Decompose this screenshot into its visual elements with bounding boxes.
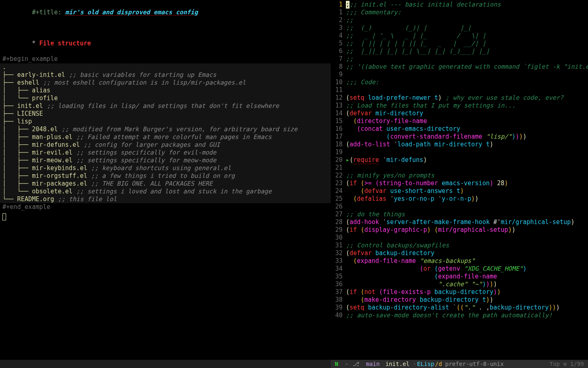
tree-line: │ └── obsolete.el ;; settings i loved an…: [2, 188, 328, 195]
code-line[interactable]: 13;; Load the files that I put my settin…: [331, 102, 588, 110]
code-line[interactable]: 15 (directory-file-name: [331, 117, 588, 125]
code-line[interactable]: 10;;; Code:: [331, 79, 588, 86]
line-number: 27: [331, 211, 346, 218]
line-number: 28: [331, 218, 346, 226]
line-number: 11: [331, 86, 346, 94]
major-mode[interactable]: ELisp: [417, 360, 434, 368]
code-line[interactable]: 23(if (>= (string-to-number emacs-versio…: [331, 180, 588, 187]
code-line[interactable]: 11: [331, 86, 588, 94]
line-number: 14: [331, 110, 346, 117]
code-line[interactable]: 27;; do the things: [331, 211, 588, 218]
line-number: 23: [331, 180, 346, 187]
code-line[interactable]: 1;;; init.el --- basic initial declarati…: [331, 1, 588, 9]
org-meta-keyword: #+title:: [32, 9, 65, 16]
line-number: 29: [331, 226, 346, 234]
tree-line: │ ├── mir-evil.el ;; settings specifical…: [2, 149, 328, 157]
code-line[interactable]: 19: [331, 148, 588, 156]
code-line[interactable]: 35 (expand-file-name: [331, 273, 588, 280]
file-tree-example: .├── early-init.el ;; basic variables fo…: [0, 63, 331, 203]
code-line[interactable]: 5;; | || | | | | || |_ _ | __/| |: [331, 40, 588, 47]
code-line[interactable]: 31;; Control backups/swapfiles: [331, 242, 588, 249]
code-line[interactable]: 14(defvar mir-directory: [331, 110, 588, 117]
line-number: 26: [331, 203, 346, 211]
vc-branch-name: main: [360, 360, 382, 368]
code-line[interactable]: 24 (defvar use-short-answers t): [331, 187, 588, 195]
line-number: 5: [331, 40, 346, 47]
split-panes: #+title: mir's old and disproved emacs c…: [0, 0, 588, 360]
code-line[interactable]: 32(defvar backup-directory: [331, 249, 588, 257]
code-line[interactable]: 40;; auto-save-mode doesn't create the p…: [331, 312, 588, 319]
code-line[interactable]: 3;; (_) (_)| | |_|: [331, 24, 588, 32]
code-line[interactable]: 2;;: [331, 16, 588, 24]
line-number: 2: [331, 16, 346, 24]
code-line[interactable]: 7;;: [331, 55, 588, 63]
line-number: 16: [331, 125, 346, 133]
code-line[interactable]: 37(if (not (file-exists-p backup-directo…: [331, 288, 588, 296]
tree-line: │ ├── 2048.el ;; modified from Mark Burg…: [2, 126, 328, 133]
tree-line: ├── early-init.el ;; basic variables for…: [2, 71, 328, 79]
code-line[interactable]: 18(add-to-list 'load-path mir-directory …: [331, 141, 588, 148]
line-number: 30: [331, 234, 346, 242]
modeline-right-active: N - ⎇ main init.el ‹ ELisp/d prefer-utf-…: [331, 360, 588, 368]
tree-line: │ ├── mir-defuns.el ;; config for larger…: [2, 141, 328, 149]
code-line[interactable]: 29(if (display-graphic-p) (mir/graphical…: [331, 226, 588, 234]
code-line[interactable]: 34 (or (getenv "XDG_CACHE_HOME"): [331, 265, 588, 273]
code-line[interactable]: 1;;; Commentary:: [331, 9, 588, 16]
line-number: 12: [331, 94, 346, 102]
line-number: 6: [331, 47, 346, 55]
code-line[interactable]: 22;; minify yes/no prompts: [331, 172, 588, 180]
tree-line: ├── eshell ;; most eshell configuration …: [2, 79, 328, 87]
code-line[interactable]: 36 ".cache" "~")))): [331, 280, 588, 288]
line-number: 3: [331, 24, 346, 32]
cursor-outline: [2, 213, 6, 220]
tree-line: │ ├── mir-meow.el ;; settings specifical…: [2, 157, 328, 164]
code-line[interactable]: 38 (make-directory backup-directory t)): [331, 296, 588, 304]
line-number: 20: [331, 156, 346, 164]
tree-line: ├── LICENSE: [2, 110, 328, 118]
line-number: 36: [331, 280, 346, 288]
code-line[interactable]: 28(add-hook 'server-after-make-frame-hoo…: [331, 218, 588, 226]
line-number: 1: [331, 9, 346, 16]
code-line[interactable]: 17 (convert-standard-filename "lisp/")))…: [331, 133, 588, 141]
code-line[interactable]: 6;; |_||_| |_| |_| \__| |_| (_)___| |_|: [331, 47, 588, 55]
tree-line: .: [2, 63, 328, 71]
code-line[interactable]: 33 (expand-file-name "emacs-backups": [331, 257, 588, 265]
begin-example: #+begin_example: [0, 55, 331, 63]
line-number: 15: [331, 117, 346, 125]
mode-suffix: /d: [435, 360, 442, 368]
tree-line: │ ├── mir-packages.el ;; THE BIG ONE. AL…: [2, 180, 328, 188]
code-line[interactable]: 21: [331, 164, 588, 172]
line-number: 38: [331, 296, 346, 304]
left-pane-org-readme[interactable]: #+title: mir's old and disproved emacs c…: [0, 0, 331, 360]
code-line[interactable]: 8;; '((above text graphic generated with…: [331, 63, 588, 71]
line-number: 22: [331, 172, 346, 180]
line-number: 25: [331, 195, 346, 203]
tree-line: │ └── profile: [2, 94, 328, 102]
code-line[interactable]: 9: [331, 71, 588, 79]
code-line[interactable]: 16 (concat user-emacs-directory: [331, 125, 588, 133]
line-number: 1: [331, 1, 346, 9]
tree-line: │ ├── mir-keybinds.el ;; keyboard shortc…: [2, 164, 328, 172]
code-line[interactable]: 39(setq backup-directory-alist `(("." . …: [331, 304, 588, 312]
line-number: 4: [331, 32, 346, 40]
line-number: 37: [331, 288, 346, 296]
line-number: 35: [331, 273, 346, 280]
evil-state-indicator: N: [332, 360, 341, 368]
code-line[interactable]: 4;; _ | '_ \ _ | |_ / \| |: [331, 32, 588, 40]
right-pane-init-el[interactable]: 1;;; init.el --- basic initial declarati…: [331, 0, 588, 360]
tree-line: │ ├── alias: [2, 87, 328, 94]
code-line[interactable]: 20▸(require 'mir-defuns): [331, 156, 588, 164]
tree-line: │ ├── man-plus.el ;; Failed attempt at m…: [2, 133, 328, 141]
line-number: 40: [331, 312, 346, 319]
tree-line: └── README.org ;; this file lol: [2, 195, 328, 203]
code-line[interactable]: 25 (defalias 'yes-or-no-p 'y-or-n-p)): [331, 195, 588, 203]
code-line[interactable]: 30: [331, 234, 588, 242]
code-line[interactable]: 12(setq load-prefer-newer t) ; why ever …: [331, 94, 588, 102]
buffer-name[interactable]: init.el: [383, 360, 412, 368]
org-title-line: #+title: mir's old and disproved emacs c…: [0, 1, 331, 24]
line-number: 24: [331, 187, 346, 195]
line-number: 9: [331, 71, 346, 79]
modeline-left-inactive: [0, 360, 331, 368]
code-line[interactable]: 26: [331, 203, 588, 211]
line-number: 33: [331, 257, 346, 265]
